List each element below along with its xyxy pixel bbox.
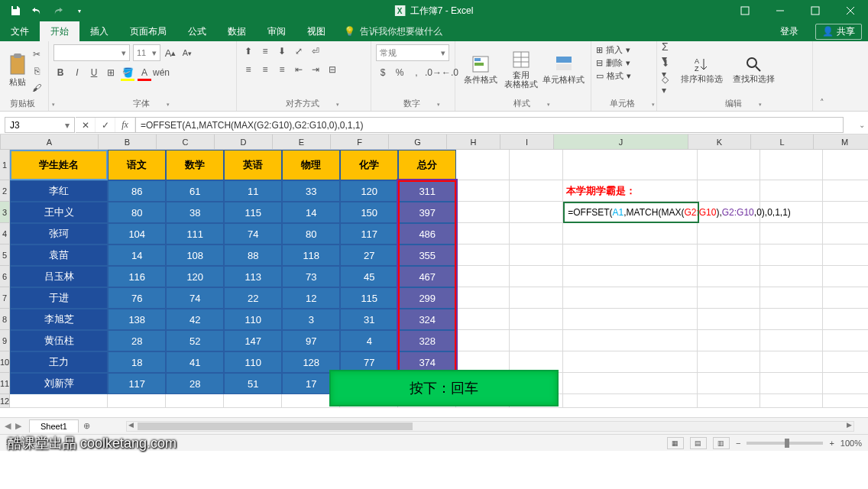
cell[interactable]: 18: [108, 351, 166, 373]
cell[interactable]: [224, 394, 282, 408]
col-header-A[interactable]: A: [1, 134, 99, 150]
cell[interactable]: [760, 180, 823, 202]
tell-me[interactable]: 💡 告诉我你想要做什么: [344, 21, 442, 41]
row-header-11[interactable]: 11: [0, 373, 10, 394]
cell[interactable]: 311: [398, 180, 456, 202]
cell[interactable]: [510, 244, 563, 266]
align-left-button[interactable]: ≡: [241, 63, 255, 76]
cell[interactable]: 486: [398, 223, 456, 244]
row-header-10[interactable]: 10: [0, 351, 10, 373]
row-header-6[interactable]: 6: [0, 266, 10, 287]
cell[interactable]: [698, 394, 760, 408]
row-header-8[interactable]: 8: [0, 309, 10, 330]
col-header-M[interactable]: M: [814, 134, 868, 150]
underline-button[interactable]: U: [87, 66, 101, 79]
cell[interactable]: 学生姓名: [10, 150, 108, 180]
cell[interactable]: [563, 150, 698, 180]
tab-view[interactable]: 视图: [296, 21, 336, 41]
cell[interactable]: [760, 394, 823, 408]
cell[interactable]: 328: [398, 330, 456, 351]
cell[interactable]: 116: [108, 266, 166, 287]
cell[interactable]: 120: [166, 266, 224, 287]
conditional-format-button[interactable]: 条件格式: [460, 44, 500, 95]
minimize-button[interactable]: [763, 0, 798, 21]
cell[interactable]: [698, 330, 760, 351]
add-sheet-button[interactable]: ⊕: [79, 421, 96, 431]
enter-formula-button[interactable]: ✓: [96, 118, 115, 132]
insert-function-button[interactable]: fx: [115, 118, 135, 132]
col-header-L[interactable]: L: [751, 134, 814, 150]
cell[interactable]: [823, 373, 868, 394]
zoom-out-button[interactable]: −: [736, 439, 740, 448]
cell[interactable]: 黄伍柱: [10, 330, 108, 351]
cell[interactable]: [698, 287, 760, 309]
align-middle-button[interactable]: ≡: [258, 44, 272, 58]
cell[interactable]: 108: [166, 244, 224, 266]
font-name-combo[interactable]: ▾: [53, 44, 130, 61]
cell[interactable]: 299: [398, 287, 456, 309]
ribbon-options-button[interactable]: [727, 0, 763, 21]
formula-bar[interactable]: =OFFSET(A1,MATCH(MAX(G2:G10),G2:G10,0),0…: [136, 117, 844, 133]
find-select-button[interactable]: 查找和选择: [727, 44, 779, 95]
cell[interactable]: [698, 309, 760, 330]
cancel-formula-button[interactable]: ✕: [76, 118, 96, 132]
cell[interactable]: [823, 351, 868, 373]
normal-view-button[interactable]: ▦: [667, 437, 684, 449]
row-header-9[interactable]: 9: [0, 330, 10, 351]
copy-button[interactable]: ⎘: [30, 64, 44, 78]
cell[interactable]: [10, 394, 108, 408]
cell[interactable]: 本学期学霸是：: [563, 180, 698, 202]
cell[interactable]: [456, 202, 510, 223]
number-format-combo[interactable]: 常规▾: [376, 44, 449, 61]
cell[interactable]: 117: [340, 223, 398, 244]
delete-cells-button[interactable]: ⊟删除 ▾: [596, 57, 630, 69]
zoom-slider[interactable]: [747, 442, 823, 445]
cell[interactable]: 51: [224, 373, 282, 394]
cell[interactable]: [456, 330, 510, 351]
zoom-in-button[interactable]: +: [829, 439, 834, 448]
collapse-ribbon-button[interactable]: ˄: [813, 41, 831, 111]
cell[interactable]: 52: [166, 330, 224, 351]
cell[interactable]: [698, 373, 760, 394]
cell[interactable]: 王中义: [10, 202, 108, 223]
cell[interactable]: 28: [108, 330, 166, 351]
row-header-4[interactable]: 4: [0, 223, 10, 244]
orientation-button[interactable]: ⤢: [292, 44, 306, 58]
cell[interactable]: 117: [108, 373, 166, 394]
col-header-I[interactable]: I: [500, 134, 554, 150]
clear-button[interactable]: ◇ ▾: [662, 78, 675, 92]
cell[interactable]: [456, 223, 510, 244]
decrease-indent-button[interactable]: ⇤: [292, 63, 306, 76]
sheet-nav-prev[interactable]: ◀: [5, 421, 11, 431]
bold-button[interactable]: B: [53, 66, 67, 79]
cell[interactable]: [563, 287, 698, 309]
col-header-K[interactable]: K: [688, 134, 751, 150]
cell[interactable]: [698, 150, 760, 180]
cell[interactable]: [760, 330, 823, 351]
tab-review[interactable]: 审阅: [257, 21, 296, 41]
cell[interactable]: 324: [398, 309, 456, 330]
cell[interactable]: 3: [282, 309, 340, 330]
cell[interactable]: [563, 373, 698, 394]
save-button[interactable]: [6, 2, 24, 20]
cell[interactable]: 英语: [224, 150, 282, 180]
sheet-tab[interactable]: Sheet1: [29, 419, 79, 432]
cell[interactable]: 97: [282, 330, 340, 351]
zoom-level[interactable]: 100%: [840, 439, 862, 448]
col-header-H[interactable]: H: [447, 134, 500, 150]
cell[interactable]: 80: [282, 223, 340, 244]
cell[interactable]: [510, 202, 563, 223]
cell[interactable]: [510, 287, 563, 309]
cell[interactable]: [563, 351, 698, 373]
tab-formulas[interactable]: 公式: [177, 21, 217, 41]
col-header-E[interactable]: E: [273, 134, 331, 150]
qat-customize-icon[interactable]: ▾: [70, 2, 89, 20]
cells-area[interactable]: 学生姓名语文数学英语物理化学总分李红86611133120311本学期学霸是：王…: [10, 150, 868, 408]
tab-data[interactable]: 数据: [217, 21, 257, 41]
cell[interactable]: 74: [224, 223, 282, 244]
page-break-view-button[interactable]: ▥: [713, 437, 730, 449]
cell[interactable]: 14: [282, 202, 340, 223]
active-cell-edit[interactable]: =OFFSET(A1,MATCH(MAX(G2:G10),G2:G10,0),0…: [563, 202, 699, 223]
font-color-button[interactable]: A: [138, 66, 151, 79]
cell[interactable]: 化学: [340, 150, 398, 180]
